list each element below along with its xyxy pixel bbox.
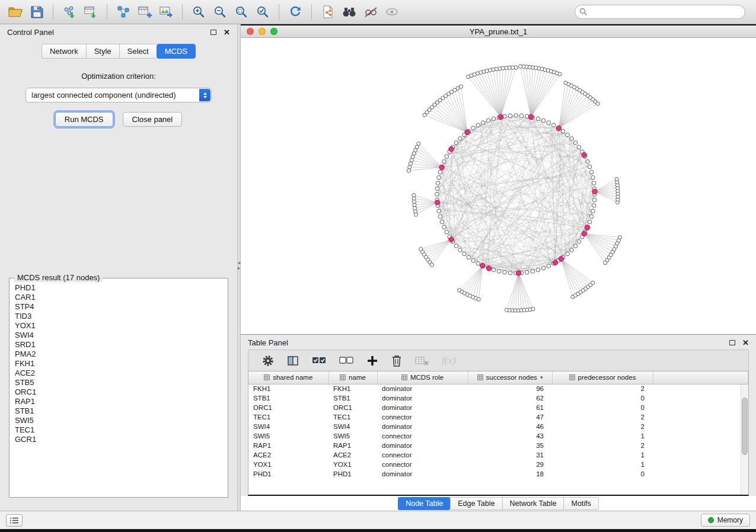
import-table-file-button[interactable] [80, 2, 101, 21]
column-chooser-button[interactable] [286, 354, 299, 367]
table-row[interactable]: STB1STB1dominator620 [248, 393, 748, 403]
mcds-result-item[interactable]: TID3 [12, 312, 225, 321]
column-header-predecessor-nodes[interactable]: predecessor nodes [552, 371, 653, 384]
mcds-result-item[interactable]: TEC1 [12, 425, 225, 435]
mcds-result-item[interactable]: YOX1 [12, 321, 225, 331]
table-cell: dominator [377, 441, 468, 450]
table-cell: connector [377, 460, 468, 469]
column-header-successor-nodes[interactable]: successor nodes ▾ [468, 371, 552, 384]
zoom-selected-button[interactable] [252, 2, 273, 21]
splitter-handle-icon[interactable]: ◄► [238, 261, 240, 270]
scrollbar-thumb[interactable] [742, 398, 748, 455]
window-maximize-icon[interactable] [270, 28, 277, 35]
mcds-result-item[interactable]: GCR1 [12, 435, 225, 444]
table-row[interactable]: TEC1TEC1connector472 [248, 412, 748, 422]
add-column-button[interactable] [366, 354, 379, 367]
table-cell [653, 384, 748, 393]
zoom-out-button[interactable] [209, 2, 231, 21]
mcds-result-item[interactable]: SWI4 [12, 331, 225, 340]
share-document-button[interactable] [317, 2, 339, 21]
node-table-body: FKH1FKH1dominator962STB1STB1dominator620… [248, 384, 748, 479]
table-cell: 96 [468, 384, 552, 393]
memory-status-icon [708, 517, 714, 523]
column-header-shared-name[interactable]: shared name [248, 371, 328, 384]
mcds-result-item[interactable]: STB5 [12, 378, 225, 387]
close-table-panel-icon[interactable]: ✕ [742, 340, 749, 346]
column-header-mcds-role[interactable]: MCDS role [377, 371, 468, 384]
tab-select[interactable]: Select [119, 44, 157, 59]
table-row[interactable]: RAP1RAP1dominator352 [248, 441, 748, 450]
criterion-select[interactable]: largest connected component (undirected) [25, 88, 212, 102]
mcds-result-item[interactable]: CAR1 [12, 293, 225, 302]
mcds-result-item[interactable]: SRD1 [12, 340, 225, 350]
table-row[interactable]: ACE2ACE2connector311 [248, 450, 748, 460]
float-table-panel-icon[interactable] [729, 340, 735, 345]
zoom-fit-button[interactable] [231, 2, 252, 21]
save-session-button[interactable] [26, 2, 47, 21]
table-row[interactable]: SWI4SWI4dominator462 [248, 422, 748, 431]
delete-column-button[interactable] [391, 354, 403, 367]
window-minimize-icon[interactable] [259, 28, 266, 35]
show-details-button[interactable] [381, 2, 403, 21]
cytoscape-window: Control Panel ✕ Network Style Select MCD… [0, 0, 756, 529]
tab-node-table[interactable]: Node Table [398, 497, 450, 510]
table-row[interactable]: FKH1FKH1dominator962 [248, 384, 748, 393]
zoom-in-button[interactable] [188, 2, 209, 21]
tab-mcds[interactable]: MCDS [157, 44, 196, 59]
column-header-name[interactable]: name [328, 371, 377, 384]
new-table-button[interactable] [134, 2, 155, 21]
table-cell: 61 [468, 403, 552, 412]
new-network-button[interactable] [113, 2, 134, 21]
search-network-button[interactable] [339, 2, 360, 21]
deselect-all-button[interactable] [339, 354, 354, 367]
tab-network-table[interactable]: Network Table [502, 497, 564, 510]
mcds-result-item[interactable]: ACE2 [12, 368, 225, 378]
hide-details-button[interactable] [360, 2, 381, 21]
table-row[interactable]: PHD1PHD1dominator180 [248, 469, 748, 479]
run-mcds-button[interactable]: Run MCDS [55, 112, 113, 127]
table-row[interactable]: YOX1YOX1connector291 [248, 460, 748, 469]
mcds-result-item[interactable]: FKH1 [12, 359, 225, 368]
status-bar: Memory [0, 511, 756, 529]
import-network-icon [62, 5, 77, 19]
search-input[interactable] [575, 5, 745, 19]
mcds-result-item[interactable]: PMA2 [12, 350, 225, 359]
delete-table-button[interactable] [414, 354, 430, 367]
mcds-result-list: PHD1CAR1STP4TID3YOX1SWI4SRD1PMA2FKH1ACE2… [12, 283, 225, 495]
tab-edge-table[interactable]: Edge Table [450, 497, 502, 510]
mcds-result-item[interactable]: STP4 [12, 302, 225, 312]
export-image-button[interactable] [155, 2, 177, 21]
tab-style[interactable]: Style [86, 44, 119, 59]
float-panel-icon[interactable] [210, 30, 216, 35]
close-panel-button[interactable]: Close panel [123, 112, 183, 127]
network-canvas[interactable] [241, 38, 756, 334]
mcds-result-item[interactable]: PHD1 [12, 283, 225, 293]
close-panel-icon[interactable]: ✕ [224, 30, 230, 36]
table-cell: TEC1 [248, 412, 328, 422]
mcds-result-item[interactable]: STB1 [12, 406, 225, 416]
select-all-icon [311, 354, 327, 367]
function-builder-button[interactable]: f(x) [442, 355, 456, 367]
window-close-icon[interactable] [247, 28, 254, 35]
table-cell: 2 [552, 422, 653, 431]
table-settings-button[interactable] [261, 354, 275, 367]
memory-button[interactable]: Memory [701, 514, 750, 527]
table-row[interactable]: SWI5SWI5connector431 [248, 431, 748, 441]
task-history-button[interactable] [6, 514, 23, 527]
tab-network[interactable]: Network [42, 44, 86, 59]
table-scrollbar[interactable] [741, 384, 748, 495]
import-network-file-button[interactable] [59, 2, 80, 21]
column-type-icon [477, 374, 483, 380]
mcds-result-item[interactable]: SWI5 [12, 416, 225, 425]
refresh-layout-button[interactable] [285, 2, 306, 21]
mcds-result-item[interactable]: RAP1 [12, 397, 225, 406]
table-cell: ORC1 [248, 403, 328, 412]
mcds-result-item[interactable]: ORC1 [12, 387, 225, 397]
open-session-button[interactable] [5, 2, 26, 21]
refresh-icon [288, 5, 302, 19]
select-all-button[interactable] [311, 354, 327, 367]
tab-motifs[interactable]: Motifs [563, 497, 598, 510]
table-cell: 62 [468, 393, 552, 403]
network-graph[interactable] [241, 38, 755, 335]
table-row[interactable]: ORC1ORC1dominator610 [248, 403, 748, 412]
